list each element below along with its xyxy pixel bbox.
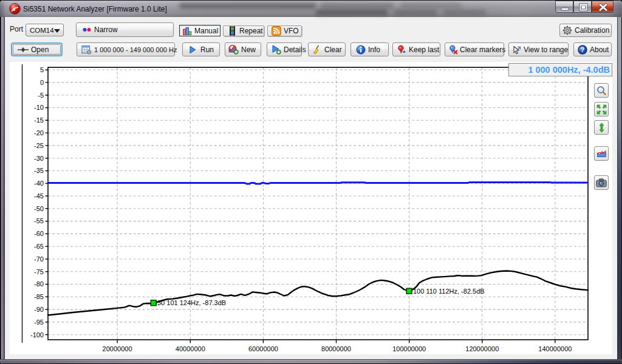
- svg-text:-100: -100: [30, 331, 44, 339]
- svg-text:?: ?: [581, 47, 584, 53]
- svg-text:-55: -55: [34, 217, 44, 224]
- svg-text:140000000: 140000000: [538, 345, 572, 352]
- svg-text:30 101 124Hz, -87.3dB: 30 101 124Hz, -87.3dB: [157, 299, 226, 306]
- svg-text:0: 0: [40, 79, 44, 86]
- svg-text:-50: -50: [34, 205, 44, 212]
- svg-text:-25: -25: [34, 142, 44, 149]
- svg-text:-45: -45: [34, 192, 44, 200]
- svg-text:-30: -30: [34, 155, 44, 162]
- svg-text:-85: -85: [34, 293, 44, 300]
- svg-text:40000000: 40000000: [176, 345, 205, 352]
- svg-text:80000000: 80000000: [321, 345, 351, 352]
- svg-text:-75: -75: [34, 268, 44, 275]
- svg-text:100 110 112Hz, -82.5dB: 100 110 112Hz, -82.5dB: [413, 288, 485, 295]
- svg-text:-20: -20: [34, 129, 44, 136]
- svg-text:-60: -60: [34, 230, 44, 237]
- svg-text:-95: -95: [34, 318, 44, 326]
- svg-text:-65: -65: [34, 243, 44, 250]
- svg-text:100000000: 100000000: [392, 345, 426, 352]
- svg-text:-80: -80: [34, 280, 44, 288]
- svg-text:120000000: 120000000: [465, 345, 499, 352]
- svg-text:20000000: 20000000: [103, 345, 132, 352]
- svg-text:-70: -70: [34, 255, 44, 263]
- svg-text:-15: -15: [34, 116, 44, 124]
- svg-text:-40: -40: [34, 180, 44, 187]
- svg-text:-5: -5: [38, 92, 44, 99]
- svg-text:-90: -90: [34, 306, 44, 313]
- svg-text:5: 5: [40, 66, 44, 73]
- svg-text:60000000: 60000000: [248, 345, 278, 352]
- svg-text:-10: -10: [34, 104, 44, 111]
- svg-text:-35: -35: [34, 167, 44, 174]
